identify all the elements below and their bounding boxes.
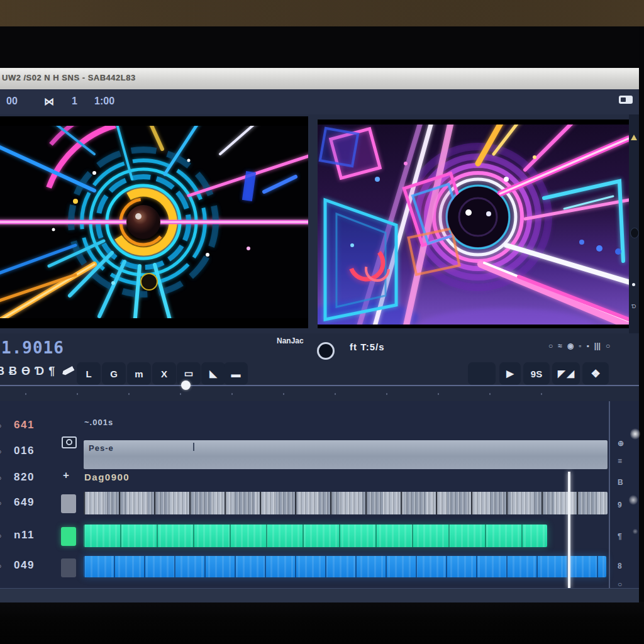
loop-button[interactable]: 9S [523,362,550,385]
blank-button[interactable] [468,362,496,385]
track-label[interactable]: 016 [14,445,35,457]
monitor-settings-icons: ○ ≈ ◉ ▫ ▪ ||| ○ [548,341,610,350]
timeline-zoom-label: ~.001s [84,418,113,427]
ruler-label: Pes-e [89,443,114,453]
photo-background [0,0,644,26]
timeline-right-icon-1[interactable]: ⊕ [618,439,624,448]
panel-glyph: Ɗ [631,303,636,309]
timeline-right-icon-6[interactable]: 8 [618,562,622,570]
timeline-right-icon-7[interactable]: ○ [618,580,622,589]
track-label[interactable]: 641 [14,419,35,431]
settings-icon-3[interactable]: ◉ [567,341,574,350]
monitor-bezel-bottom [0,602,644,644]
settings-icon-7[interactable]: ○ [606,341,610,350]
track-toggle-icon[interactable]: ○ [0,421,1,430]
timeline-tracks-area: ~.001s Pes-e Dag0900 [80,401,609,602]
monitor-bezel-top [0,26,644,68]
tool-button-4[interactable]: X [152,362,176,385]
timeline-right-icon-5[interactable]: ¶ [618,532,622,541]
video-track-clip[interactable] [84,492,608,514]
track-toggle-icon[interactable]: ○ [0,531,1,540]
track-label[interactable]: 820 [14,471,35,484]
slider-ticks [25,393,579,395]
audio-track-clip-teal[interactable] [84,525,547,547]
camera-icon[interactable] [62,436,77,448]
settings-icon-2[interactable]: ≈ [558,341,562,350]
timeline-right-icon-4[interactable]: 9 [618,501,622,509]
track-color-swatch-dark[interactable] [61,558,76,577]
screen-photo: UW2 /S02 N H SNS - SAB442L83 00 ⋈ 1 1:00 [0,0,644,644]
menubar: 00 ⋈ 1 1:00 [0,89,639,115]
play-button[interactable]: ▶ [499,362,521,385]
tool-button-1[interactable]: L [77,362,101,385]
bezel-reflection-2 [629,494,638,506]
right-panel-strip: Ɗ [629,114,639,333]
playhead[interactable] [568,472,570,588]
program-monitor[interactable] [318,119,629,328]
flag-wedge-button[interactable]: ◤ ◢ [552,362,580,385]
record-button[interactable] [317,342,335,360]
marker-tool-2-icon[interactable]: Ƀ [9,365,17,378]
timeline-right-icon-3[interactable]: B [618,478,623,487]
media-browser-icon[interactable]: ⋈ [44,96,54,108]
marker-tool-4-icon[interactable]: Ɗ [35,365,44,378]
window-title: UW2 /S02 N H SNS - SAB442L83 [2,73,136,82]
track-label[interactable]: 049 [14,559,35,572]
track-toggle-icon[interactable]: ○ [0,499,1,508]
track-toggle-icon[interactable]: ○ [0,562,1,570]
track-header-column: ○ 641 ○ 016 ○ 820 ○ 649 ○ n11 ○ 049 + [0,401,80,602]
timecode-display[interactable]: 1.9016 [1,338,64,357]
preview-panels: Ɗ [0,114,639,333]
pen-tool-icon[interactable] [60,364,75,376]
bezel-reflection-3 [633,528,638,535]
move-button[interactable]: ❖ [582,362,609,385]
timeline-scrollbar-strip[interactable] [0,588,639,602]
zoom-slider-track[interactable] [0,385,639,386]
ruler-tick [193,443,194,451]
workspace-layout-icon[interactable] [619,96,633,104]
audio-track-clip-blue[interactable] [84,556,606,577]
panel-dot-icon [632,283,635,286]
tool-bar: Ɓ Ƀ Ɵ Ɗ ¶ L G m X ▭ ◣ ▬ ▶ 9S ◤ ◢ ❖ [0,362,639,402]
timeline-time-label: Dag0900 [84,472,130,482]
track-toggle-icon[interactable]: ○ [0,447,1,456]
settings-icon-1[interactable]: ○ [548,341,553,350]
tool-button-2[interactable]: G [102,362,126,385]
tool-button-7[interactable]: ▬ [224,362,248,385]
settings-icon-4[interactable]: ▫ [579,341,581,350]
zoom-slider-thumb[interactable] [181,380,191,390]
film-strip-icon[interactable]: ||| [594,341,601,350]
transport-bar: 1.9016 NanJac ft T:5/s ○ ≈ ◉ ▫ ▪ ||| ○ [0,333,639,362]
track-toggle-icon[interactable]: ○ [0,474,1,482]
panel-triangle-icon[interactable] [631,135,637,140]
track-label[interactable]: n11 [14,529,35,541]
fit-zoom-label[interactable]: ft T:5/s [350,341,385,352]
marker-tool-3-icon[interactable]: Ɵ [21,365,30,378]
menubar-field-2[interactable]: 1 [72,96,77,107]
source-monitor[interactable] [0,116,308,328]
menubar-field-1[interactable]: 00 [6,96,18,107]
panel-knob-icon[interactable] [630,228,639,238]
menubar-field-3[interactable]: 1:00 [94,96,114,107]
window-titlebar: UW2 /S02 N H SNS - SAB442L83 [0,68,639,90]
marker-tool-5-icon[interactable]: ¶ [48,365,55,378]
timeline-panel: ○ 641 ○ 016 ○ 820 ○ 649 ○ n11 ○ 049 + ~.… [0,401,639,602]
track-color-swatch-gray[interactable] [61,494,76,513]
marker-tools: Ɓ Ƀ Ɵ Ɗ ¶ [0,365,55,378]
timeline-right-icon-2[interactable]: ≡ [618,457,622,465]
tool-button-3[interactable]: m [127,362,151,385]
flag-icon: ◤ [558,368,565,379]
tool-button-6[interactable]: ◣ [201,362,225,385]
clip-name-label: NanJac [277,336,304,345]
track-color-swatch-green[interactable] [61,527,76,546]
add-track-icon[interactable]: + [63,469,69,482]
timeline-ruler[interactable]: Pes-e [84,440,608,469]
settings-icon-5[interactable]: ▪ [587,341,589,350]
bezel-reflection-1 [630,428,640,440]
marker-tool-1-icon[interactable]: Ɓ [0,365,4,378]
wedge-icon: ◢ [567,368,575,379]
track-label[interactable]: 649 [14,496,35,509]
